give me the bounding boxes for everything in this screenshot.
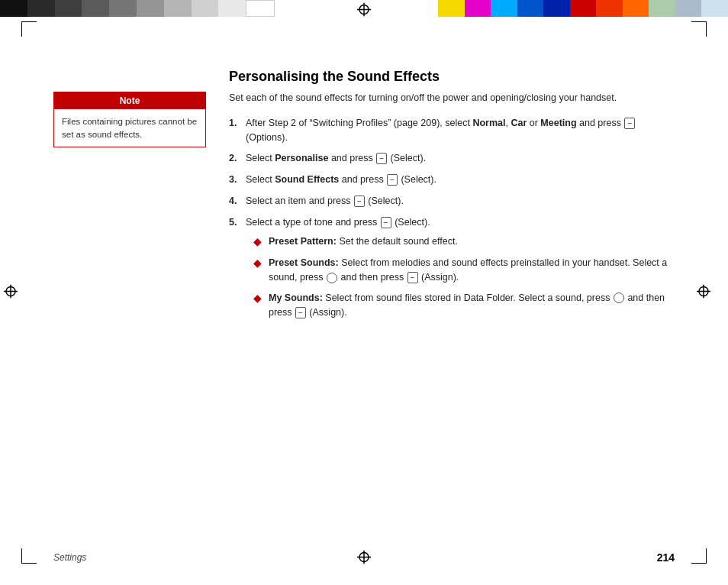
swatch xyxy=(164,0,192,17)
step-3-text: Select Sound Effects and press − (Select… xyxy=(246,173,675,187)
footer-settings-label: Settings xyxy=(53,552,86,563)
top-bar-right xyxy=(438,0,728,17)
step-4-num: 4. xyxy=(229,194,246,208)
swatch xyxy=(517,0,544,17)
step-3-num: 3. xyxy=(229,173,246,187)
corner-mark-tr xyxy=(691,21,707,37)
step-4-text: Select an item and press − (Select). xyxy=(246,194,675,208)
assign-button-icon-2: − xyxy=(295,307,306,318)
select-button-icon-4: − xyxy=(354,196,365,207)
select-button-icon-3: − xyxy=(387,174,398,186)
assign-button-icon-1: − xyxy=(407,272,418,283)
crosshair-left xyxy=(4,285,18,301)
step-4: 4. Select an item and press − (Select). xyxy=(229,194,675,208)
corner-mark-tl xyxy=(21,21,37,37)
sub-bullets-list: ◆ Preset Pattern: Set the default sound … xyxy=(246,234,675,319)
steps-list: 1. After Step 2 of “Switching Profiles” … xyxy=(229,116,675,326)
swatch xyxy=(649,0,675,17)
step-2-num: 2. xyxy=(229,151,246,166)
footer: Settings 214 xyxy=(53,551,675,564)
swatch xyxy=(137,0,164,17)
step-2: 2. Select Personalise and press − (Selec… xyxy=(229,151,675,166)
intro-text: Set each of the sound effects for turnin… xyxy=(229,91,675,105)
corner-mark-br xyxy=(691,548,707,564)
swatch xyxy=(596,0,623,17)
swatch xyxy=(246,0,275,17)
swatch xyxy=(701,0,728,17)
sub-bullet-my-sounds-text: My Sounds: Select from sound files store… xyxy=(269,291,675,320)
step-3: 3. Select Sound Effects and press − (Sel… xyxy=(229,173,675,187)
swatch xyxy=(570,0,597,17)
sub-bullet-my-sounds: ◆ My Sounds: Select from sound files sto… xyxy=(253,291,675,320)
step-5: 5. Select a type of tone and press − (Se… xyxy=(229,215,675,326)
note-body: Files containing pictures cannot be set … xyxy=(54,109,205,147)
note-box: Note Files containing pictures cannot be… xyxy=(53,92,206,147)
step-5-num: 5. xyxy=(229,215,246,230)
select-button-icon-2: − xyxy=(376,153,387,164)
page-body: Personalising the Sound Effects Set each… xyxy=(229,69,675,539)
step-2-text: Select Personalise and press − (Select). xyxy=(246,151,675,166)
options-button-icon: − xyxy=(624,118,635,129)
swatch xyxy=(465,0,491,17)
swatch xyxy=(623,0,649,17)
page-title: Personalising the Sound Effects xyxy=(229,69,675,85)
sub-bullet-preset-pattern: ◆ Preset Pattern: Set the default sound … xyxy=(253,234,675,250)
step-1: 1. After Step 2 of “Switching Profiles” … xyxy=(229,116,675,145)
swatch xyxy=(675,0,702,17)
step-1-text: After Step 2 of “Switching Profiles” (pa… xyxy=(246,116,675,145)
swatch xyxy=(192,0,219,17)
sub-bullet-preset-pattern-text: Preset Pattern: Set the default sound ef… xyxy=(269,234,675,249)
select-button-icon-5: − xyxy=(381,217,391,228)
swatch xyxy=(218,0,246,17)
swatch xyxy=(491,0,517,17)
note-header: Note xyxy=(54,92,205,109)
main-content-area: Note Files containing pictures cannot be… xyxy=(53,69,675,539)
step-5-text: Select a type of tone and press − (Selec… xyxy=(246,215,675,326)
swatch xyxy=(27,0,55,17)
crosshair-right xyxy=(697,285,710,301)
swatch xyxy=(438,0,465,17)
swatch xyxy=(543,0,570,17)
footer-page-number: 214 xyxy=(657,551,675,564)
bullet-diamond-icon-2: ◆ xyxy=(253,255,266,271)
sub-bullet-preset-sounds: ◆ Preset Sounds: Select from melodies an… xyxy=(253,256,675,285)
swatch xyxy=(82,0,109,17)
swatch xyxy=(109,0,137,17)
center-button-icon-2 xyxy=(614,292,624,303)
bullet-diamond-icon-3: ◆ xyxy=(253,290,266,306)
center-button-icon-1 xyxy=(327,273,337,283)
bullet-diamond-icon: ◆ xyxy=(253,234,266,250)
swatch xyxy=(55,0,82,17)
corner-mark-bl xyxy=(21,548,37,564)
swatch xyxy=(0,0,27,17)
step-1-num: 1. xyxy=(229,116,246,131)
sub-bullet-preset-sounds-text: Preset Sounds: Select from melodies and … xyxy=(269,256,675,285)
crosshair-top xyxy=(357,3,371,19)
top-bar-left xyxy=(0,0,275,17)
